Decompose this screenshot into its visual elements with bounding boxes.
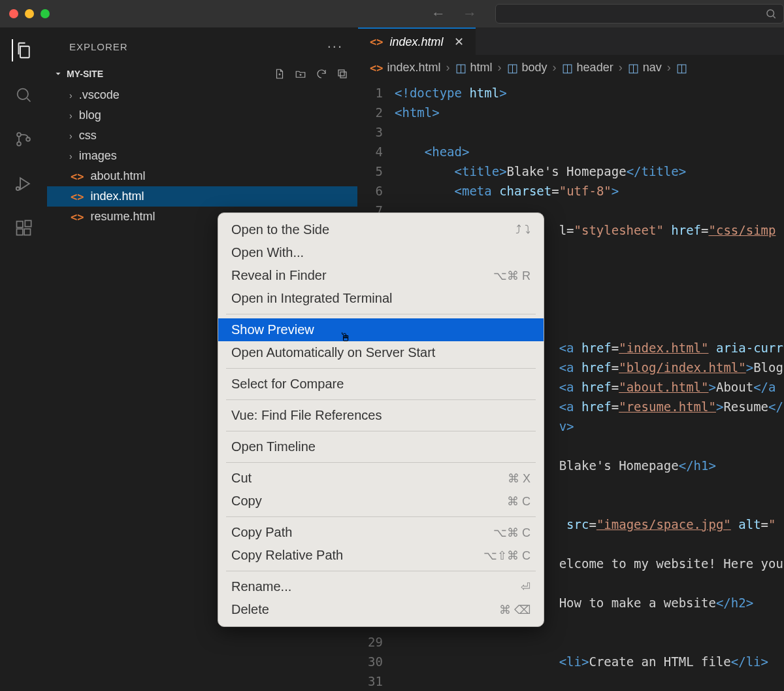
menu-item-open-automatically-on-server-start[interactable]: Open Automatically on Server Start [218, 341, 544, 364]
menu-item-open-with[interactable]: Open With... [218, 241, 544, 264]
html-file-icon: <> [370, 61, 383, 75]
svg-point-0 [767, 10, 774, 17]
menu-item-vue-find-file-references[interactable]: Vue: Find File References [218, 404, 544, 427]
menu-item-label: Show Preview [231, 322, 314, 337]
chevron-right-icon: › [69, 151, 73, 161]
svg-line-3 [27, 98, 30, 101]
menu-item-label: Open With... [231, 245, 304, 260]
menu-item-label: Open Timeline [231, 439, 316, 454]
explorer-activity-icon[interactable] [12, 39, 34, 61]
svg-rect-14 [340, 72, 346, 78]
editor-tab-index[interactable]: <> index.html ✕ [358, 27, 476, 55]
breadcrumb-segment[interactable]: ◫html [455, 61, 493, 75]
breadcrumb-label: nav [643, 61, 662, 75]
minimize-window-button[interactable] [25, 9, 34, 18]
breadcrumb-segment[interactable]: ◫body [507, 61, 547, 75]
symbol-icon: ◫ [676, 61, 687, 75]
menu-item-label: Cut [231, 471, 252, 486]
folder-item-css[interactable]: ›css [47, 126, 357, 146]
menu-item-show-preview[interactable]: Show Preview [218, 318, 544, 341]
explorer-more-icon[interactable]: ··· [327, 38, 343, 55]
menu-shortcut: ⌥⌘ C [493, 526, 531, 540]
chevron-right-icon: › [69, 110, 73, 121]
project-name: MY-SITE [67, 69, 103, 79]
svg-rect-11 [24, 229, 30, 235]
menu-item-label: Select for Compare [231, 377, 344, 392]
menu-item-copy[interactable]: Copy⌘ C [218, 490, 544, 513]
svg-point-5 [17, 142, 21, 146]
menu-item-label: Copy Path [231, 525, 292, 540]
nav-forward-icon[interactable]: → [463, 5, 477, 22]
menu-item-label: Reveal in Finder [231, 268, 327, 283]
source-control-activity-icon[interactable] [12, 128, 35, 150]
menu-shortcut: ⌘ ⌫ [499, 603, 531, 617]
folder-item-blog[interactable]: ›blog [47, 105, 357, 126]
svg-rect-12 [25, 220, 31, 226]
menu-item-open-to-the-side[interactable]: Open to the Side⤴ ⤵ [218, 218, 544, 241]
svg-rect-10 [16, 229, 22, 235]
svg-point-2 [17, 89, 27, 99]
maximize-window-button[interactable] [41, 9, 50, 18]
explorer-title: EXPLORER [69, 41, 128, 52]
menu-item-label: Vue: Find File References [231, 408, 382, 423]
svg-marker-7 [20, 178, 29, 190]
collapse-all-icon[interactable] [336, 68, 348, 80]
menu-item-cut[interactable]: Cut⌘ X [218, 467, 544, 490]
breadcrumb-label: html [470, 61, 493, 75]
symbol-icon: ◫ [562, 61, 573, 75]
search-activity-icon[interactable] [12, 84, 35, 106]
menu-shortcut: ⌘ C [507, 494, 531, 509]
menu-item-label: Open Automatically on Server Start [231, 345, 435, 360]
window-controls [9, 9, 50, 18]
svg-line-1 [773, 16, 775, 18]
tree-label: blog [79, 109, 101, 122]
menu-shortcut: ⌥⇧⌘ C [483, 548, 531, 563]
breadcrumb-segment[interactable]: <>index.html [370, 61, 441, 75]
new-file-icon[interactable] [274, 68, 286, 80]
menu-item-copy-path[interactable]: Copy Path⌥⌘ C [218, 521, 544, 544]
project-header[interactable]: MY-SITE [47, 65, 357, 82]
menu-item-label: Open to the Side [231, 222, 329, 237]
search-icon [765, 8, 777, 20]
context-menu: Open to the Side⤴ ⤵Open With...Reveal in… [218, 212, 544, 627]
symbol-icon: ◫ [507, 61, 518, 75]
chevron-right-icon: › [69, 90, 73, 101]
menu-item-label: Rename... [231, 579, 291, 594]
tab-bar: <> index.html ✕ [358, 27, 784, 55]
breadcrumb[interactable]: <>index.html›◫html›◫body›◫header›◫nav›◫ [358, 55, 784, 80]
refresh-icon[interactable] [316, 68, 327, 80]
html-file-icon: <> [71, 170, 84, 183]
extensions-activity-icon[interactable] [12, 217, 35, 239]
svg-point-4 [17, 133, 21, 137]
menu-item-select-for-compare[interactable]: Select for Compare [218, 373, 544, 396]
close-tab-icon[interactable]: ✕ [454, 35, 464, 49]
command-center-search[interactable] [495, 4, 784, 24]
run-debug-activity-icon[interactable] [12, 173, 35, 195]
close-window-button[interactable] [9, 9, 18, 18]
new-folder-icon[interactable] [295, 68, 306, 80]
tree-label: about.html [90, 169, 145, 183]
menu-item-delete[interactable]: Delete⌘ ⌫ [218, 598, 544, 621]
folder-item-images[interactable]: ›images [47, 146, 357, 166]
nav-back-icon[interactable]: ← [431, 5, 446, 22]
menu-item-label: Open in Integrated Terminal [231, 291, 392, 306]
svg-point-8 [16, 187, 19, 190]
tree-label: images [79, 149, 117, 163]
chevron-right-icon: › [69, 131, 73, 141]
folder-item-.vscode[interactable]: ›.vscode [47, 85, 357, 105]
menu-item-label: Copy [231, 494, 262, 509]
menu-item-rename[interactable]: Rename...⏎ [218, 575, 544, 598]
menu-item-open-timeline[interactable]: Open Timeline [218, 435, 544, 458]
activity-bar [0, 27, 47, 691]
html-file-icon: <> [370, 35, 383, 48]
file-item-about.html[interactable]: <>about.html [47, 166, 357, 186]
menu-item-open-in-integrated-terminal[interactable]: Open in Integrated Terminal [218, 287, 544, 310]
tree-label: css [79, 129, 97, 143]
file-item-index.html[interactable]: <>index.html [47, 186, 357, 207]
menu-item-copy-relative-path[interactable]: Copy Relative Path⌥⇧⌘ C [218, 544, 544, 567]
menu-item-label: Delete [231, 602, 269, 617]
tab-label: index.html [389, 35, 443, 49]
breadcrumb-segment[interactable]: ◫nav [628, 61, 662, 75]
breadcrumb-segment[interactable]: ◫header [562, 61, 613, 75]
menu-item-reveal-in-finder[interactable]: Reveal in Finder⌥⌘ R [218, 264, 544, 287]
